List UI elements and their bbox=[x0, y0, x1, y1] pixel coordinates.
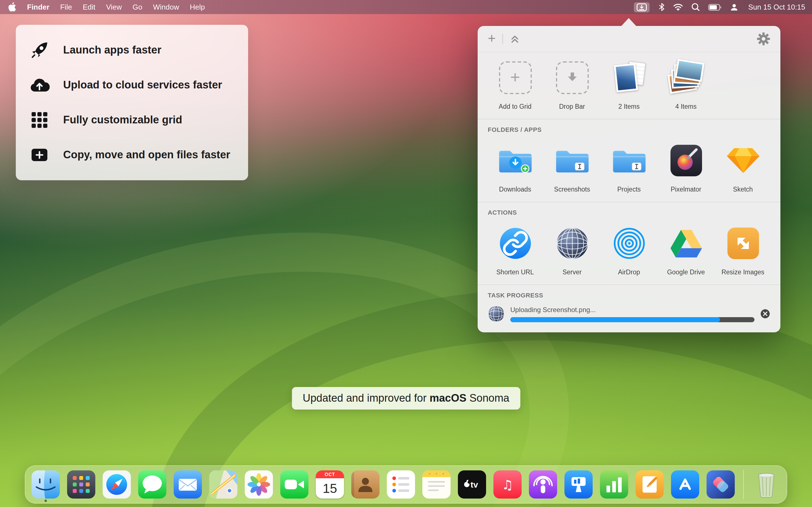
four-items-tile[interactable]: 4 Items bbox=[658, 57, 714, 110]
feature-row: Launch apps faster bbox=[28, 33, 236, 68]
wifi-menu-extra[interactable] bbox=[673, 3, 683, 11]
task-progress-row: Uploading Screenshot.png... bbox=[477, 301, 780, 332]
dock-app-store[interactable] bbox=[671, 470, 699, 499]
tile-label: Drop Bar bbox=[559, 103, 585, 110]
dock-apple-tv[interactable]: tv bbox=[458, 470, 486, 499]
dock-podcasts[interactable] bbox=[529, 470, 557, 499]
feature-promo-panel: Launch apps faster Upload to cloud servi… bbox=[16, 25, 248, 180]
search-icon bbox=[691, 3, 700, 11]
menu-edit[interactable]: Edit bbox=[83, 3, 95, 11]
drop-dashed-box bbox=[556, 61, 589, 94]
dock-maps[interactable] bbox=[209, 470, 238, 499]
user-icon bbox=[730, 3, 738, 11]
dock-safari[interactable] bbox=[103, 470, 131, 499]
dock-trash[interactable] bbox=[752, 470, 780, 499]
globe-icon bbox=[556, 227, 589, 260]
music-icon: ♫ bbox=[493, 470, 522, 499]
dropzone-popover: + bbox=[477, 26, 780, 332]
drop-bar-tile[interactable]: Drop Bar bbox=[544, 57, 601, 110]
dock-calendar[interactable]: OCT 15 bbox=[316, 470, 344, 499]
tile-label: Projects bbox=[617, 186, 641, 193]
keynote-icon bbox=[564, 470, 593, 499]
calendar-month: OCT bbox=[316, 470, 344, 478]
screenshots-folder[interactable]: Screenshots bbox=[544, 140, 601, 193]
dock-reminders[interactable] bbox=[387, 470, 415, 499]
dock-contacts[interactable] bbox=[351, 470, 379, 499]
folders-apps-header: FOLDERS / APPS bbox=[477, 119, 780, 135]
projects-folder[interactable]: Projects bbox=[601, 140, 658, 193]
menu-window[interactable]: Window bbox=[153, 3, 179, 11]
menu-go[interactable]: Go bbox=[133, 3, 142, 11]
wifi-icon bbox=[673, 3, 683, 11]
tile-label: 4 Items bbox=[675, 103, 696, 110]
two-items-tile[interactable]: 2 Items bbox=[601, 57, 658, 110]
tile-label: Server bbox=[562, 269, 581, 276]
bluetooth-menu-extra[interactable] bbox=[659, 3, 665, 11]
notes-icon bbox=[422, 470, 451, 499]
folder-cursor-icon bbox=[612, 147, 647, 174]
spotlight-menu-extra[interactable] bbox=[691, 3, 700, 11]
dock-photos[interactable] bbox=[245, 470, 273, 499]
rocket-icon bbox=[28, 41, 51, 59]
airdrop-action[interactable]: AirDrop bbox=[601, 223, 658, 276]
maps-icon bbox=[209, 470, 238, 499]
photos-icon bbox=[245, 470, 273, 499]
feature-label: Launch apps faster bbox=[63, 44, 161, 56]
dock-notes[interactable] bbox=[422, 470, 451, 499]
menu-clock[interactable]: Sun 15 Oct 10:15 bbox=[748, 3, 805, 11]
dock-pages[interactable] bbox=[636, 470, 664, 499]
dock-music[interactable]: ♫ bbox=[493, 470, 522, 499]
menu-app-name[interactable]: Finder bbox=[27, 3, 49, 11]
dock-facetime[interactable] bbox=[280, 470, 308, 499]
calendar-icon: OCT 15 bbox=[316, 470, 344, 499]
dock-numbers[interactable] bbox=[600, 470, 628, 499]
shorten-url-action[interactable]: Shorten URL bbox=[487, 223, 544, 276]
dock-shortcuts[interactable] bbox=[707, 470, 735, 499]
sonoma-banner: Updated and improved for macOS Sonoma bbox=[292, 387, 520, 409]
numbers-icon bbox=[600, 470, 628, 499]
running-indicator bbox=[45, 500, 47, 502]
collapse-button[interactable] bbox=[510, 34, 520, 43]
downloads-folder[interactable]: Downloads bbox=[487, 140, 544, 193]
folders-apps-row: Downloads Screenshots bbox=[477, 135, 780, 202]
file-plus-icon bbox=[28, 147, 51, 163]
server-action[interactable]: Server bbox=[544, 223, 601, 276]
add-button[interactable]: + bbox=[488, 31, 496, 45]
menu-file[interactable]: File bbox=[60, 3, 72, 11]
pixelmator-app[interactable]: Pixelmator bbox=[658, 140, 714, 193]
mail-icon bbox=[174, 470, 202, 499]
menu-help[interactable]: Help bbox=[190, 3, 205, 11]
tile-label: Sketch bbox=[733, 186, 753, 193]
resize-images-action[interactable]: Resize Images bbox=[714, 223, 771, 276]
battery-menu-extra[interactable] bbox=[708, 4, 722, 10]
music-note-glyph: ♫ bbox=[502, 477, 513, 492]
apple-menu[interactable] bbox=[8, 2, 16, 12]
pages-icon bbox=[636, 470, 664, 499]
dock-finder[interactable] bbox=[32, 470, 60, 499]
dock-launchpad[interactable] bbox=[67, 470, 95, 499]
feature-row: Upload to cloud services faster bbox=[28, 68, 236, 103]
desktop-screen: Finder File Edit View Go Window Help bbox=[0, 0, 812, 507]
dock-messages[interactable] bbox=[138, 470, 166, 499]
google-drive-action[interactable]: Google Drive bbox=[658, 223, 714, 276]
reminders-icon bbox=[387, 470, 415, 499]
sketch-app[interactable]: Sketch bbox=[714, 140, 771, 193]
bluetooth-icon bbox=[659, 3, 665, 11]
tile-label: Downloads bbox=[499, 186, 531, 193]
gear-icon bbox=[757, 32, 770, 46]
task-progress-header: TASK PROGRESS bbox=[477, 285, 780, 301]
cancel-upload-button[interactable] bbox=[760, 309, 770, 319]
dock-keynote[interactable] bbox=[564, 470, 593, 499]
user-switch-menu-extra[interactable] bbox=[730, 3, 738, 11]
folder-download-icon bbox=[498, 147, 532, 174]
progress-bar-track bbox=[510, 317, 755, 322]
google-drive-icon bbox=[670, 229, 702, 258]
cloud-upload-icon bbox=[28, 77, 51, 93]
settings-button[interactable] bbox=[757, 32, 770, 46]
battery-icon bbox=[708, 4, 722, 10]
dock-mail[interactable] bbox=[174, 470, 202, 499]
add-to-grid-tile[interactable]: + Add to Grid bbox=[487, 57, 544, 110]
menu-view[interactable]: View bbox=[106, 3, 122, 11]
feature-label: Copy, move and open files faster bbox=[63, 149, 231, 161]
dropzone-menu-extra[interactable] bbox=[634, 2, 650, 12]
